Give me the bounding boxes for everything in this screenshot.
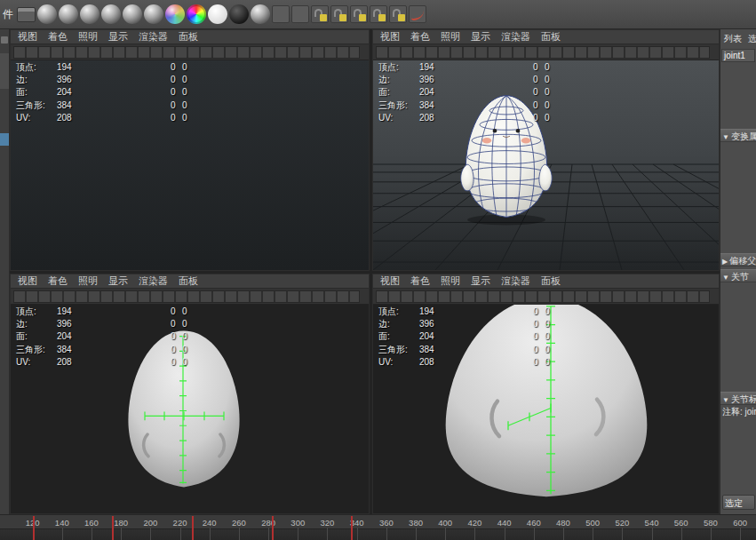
viewport-menu-item[interactable]: 照明: [435, 274, 466, 288]
viewport-menu-item[interactable]: 显示: [466, 274, 496, 288]
viewport-menu-item[interactable]: 着色: [43, 274, 73, 288]
hud-zero: 0: [182, 99, 194, 112]
viewport-icon-toolbar[interactable]: [11, 44, 369, 60]
viewport-menu-item[interactable]: 面板: [173, 30, 203, 44]
viewport-menu-item[interactable]: 着色: [43, 30, 73, 44]
hud-zero: 0: [182, 74, 194, 86]
hud-value: 208: [57, 356, 171, 369]
material-sphere-4-icon[interactable]: [101, 4, 121, 24]
hud-row: 三角形:38400: [16, 344, 194, 356]
hud-value: 396: [419, 74, 533, 86]
section-offset-parent-matrix[interactable]: ▶偏移父矩阵: [720, 253, 756, 266]
left-wing: [461, 164, 473, 191]
keyframe-tick[interactable]: [33, 516, 35, 540]
snap-point-icon[interactable]: [350, 5, 368, 23]
snap-plane-icon[interactable]: [370, 5, 387, 23]
attribute-editor-menu-item[interactable]: 列表: [724, 33, 742, 45]
keyframe-tick[interactable]: [192, 516, 194, 540]
viewport-icon-toolbar[interactable]: [373, 288, 719, 305]
hud-row: 三角形:38400: [378, 99, 556, 112]
hud-zero: 0: [545, 306, 556, 318]
black-circle-icon[interactable]: [229, 4, 249, 24]
attribute-editor-panel: 列表选定 joint1 ▼变换属性 ▶偏移父矩阵 ▼关节 ▼关节标记 注释: j…: [720, 29, 756, 514]
time-slider[interactable]: 1201401601802002202402602803003203403603…: [0, 514, 756, 540]
material-sphere-3-icon[interactable]: [80, 4, 99, 24]
hud-zero: 0: [171, 86, 182, 99]
viewport-menu-item[interactable]: 渲染器: [133, 30, 173, 44]
viewport-canvas-perspective[interactable]: 顶点:19400边:39600面:20400三角形:38400UV:20800: [373, 60, 719, 270]
texture-square-1-icon[interactable]: [272, 5, 290, 23]
texture-square-2-icon[interactable]: [291, 5, 309, 23]
viewport-menu-item[interactable]: 渲染器: [496, 30, 536, 44]
shelf-slate-icon[interactable]: [17, 7, 36, 22]
make-live-icon[interactable]: [389, 5, 407, 23]
hud-zero: 0: [533, 330, 545, 343]
hud-row: 面:20400: [378, 330, 556, 343]
poly-count-hud: 顶点:19400边:39600面:20400三角形:38400UV:20800: [16, 306, 194, 369]
viewport-bottom-left: 视图着色照明显示渲染器面板: [10, 274, 370, 514]
viewport-menu-item[interactable]: 照明: [73, 274, 103, 288]
hud-zero: 0: [545, 86, 556, 99]
hud-row: 顶点:19400: [378, 61, 556, 74]
hud-zero: 0: [182, 344, 194, 356]
color-wheel-icon[interactable]: [187, 4, 206, 24]
viewport-menu-item[interactable]: 视图: [12, 274, 43, 288]
section-joint-labelling[interactable]: ▼关节标记: [720, 392, 756, 405]
hud-zero: 0: [171, 306, 182, 318]
viewport-menu-item[interactable]: 照明: [435, 30, 466, 44]
select-button[interactable]: 选定: [722, 495, 755, 510]
viewport-menu-item[interactable]: 视图: [375, 30, 405, 44]
gray-sphere-icon[interactable]: [251, 4, 270, 24]
hud-zero: 0: [171, 318, 182, 330]
viewport-menu-item[interactable]: 着色: [405, 274, 435, 288]
viewport-canvas-front[interactable]: 顶点:19400边:39600面:20400三角形:38400UV:20800: [11, 305, 369, 513]
viewport-menu-item[interactable]: 视图: [375, 274, 405, 288]
chevron-right-icon: ▶: [722, 258, 728, 266]
material-sphere-1-icon[interactable]: [37, 4, 57, 24]
hud-label: 三角形:: [16, 99, 57, 112]
curve-tool-icon[interactable]: [409, 5, 426, 23]
section-label: 偏移父矩阵: [729, 256, 756, 266]
attribute-editor-menu-item[interactable]: 选定: [748, 33, 756, 45]
paint-sphere-icon[interactable]: [165, 4, 185, 24]
hud-label: 面:: [378, 86, 419, 99]
viewport-menu-item[interactable]: 渲染器: [496, 274, 536, 288]
active-tool-highlight[interactable]: [0, 133, 9, 146]
material-sphere-2-icon[interactable]: [59, 4, 78, 24]
white-circle-icon[interactable]: [208, 4, 227, 24]
section-joint[interactable]: ▼关节: [720, 269, 756, 282]
file-menu-stub[interactable]: 件: [2, 7, 17, 22]
viewport-menu-item[interactable]: 照明: [73, 30, 103, 44]
viewport-menu-item[interactable]: 面板: [173, 274, 203, 288]
hud-zero: 0: [182, 306, 194, 318]
viewport-menu-item[interactable]: 视图: [12, 30, 43, 44]
keyframe-tick[interactable]: [272, 516, 274, 540]
viewport-menu-item[interactable]: 渲染器: [133, 274, 173, 288]
viewport-icon-toolbar[interactable]: [11, 288, 369, 305]
viewport-menu-item[interactable]: 显示: [466, 30, 496, 44]
section-transform-attributes[interactable]: ▼变换属性: [720, 129, 756, 142]
snap-curve-icon[interactable]: [330, 5, 348, 23]
node-tab-joint1[interactable]: joint1: [721, 49, 755, 62]
hud-value: 194: [57, 306, 171, 318]
hud-row: 边:39600: [378, 318, 556, 330]
hud-zero: 0: [545, 74, 556, 86]
viewport-menu-item[interactable]: 着色: [405, 30, 435, 44]
viewport-menu-item[interactable]: 面板: [536, 30, 566, 44]
keyframe-tick[interactable]: [112, 516, 114, 540]
hud-label: 面:: [16, 86, 57, 99]
material-sphere-6-icon[interactable]: [144, 4, 163, 24]
snap-grid-icon[interactable]: [311, 5, 329, 23]
viewport-icon-toolbar[interactable]: [373, 44, 719, 60]
viewport-menu-item[interactable]: 显示: [103, 274, 133, 288]
viewport-menu-item[interactable]: 面板: [536, 274, 566, 288]
hud-label: 面:: [16, 330, 57, 343]
tool-group[interactable]: [0, 53, 9, 89]
hud-zero: 0: [171, 99, 182, 112]
viewport-menu-item[interactable]: 显示: [103, 30, 133, 44]
viewport-canvas-zoomed[interactable]: 顶点:19400边:39600面:20400三角形:38400UV:20800: [373, 305, 719, 513]
viewport-canvas-perspective-empty[interactable]: 顶点:19400边:39600面:20400三角形:38400UV:20800: [11, 60, 369, 270]
select-tool-icon[interactable]: [1, 36, 8, 44]
material-sphere-5-icon[interactable]: [123, 4, 142, 24]
keyframe-tick[interactable]: [351, 516, 353, 540]
